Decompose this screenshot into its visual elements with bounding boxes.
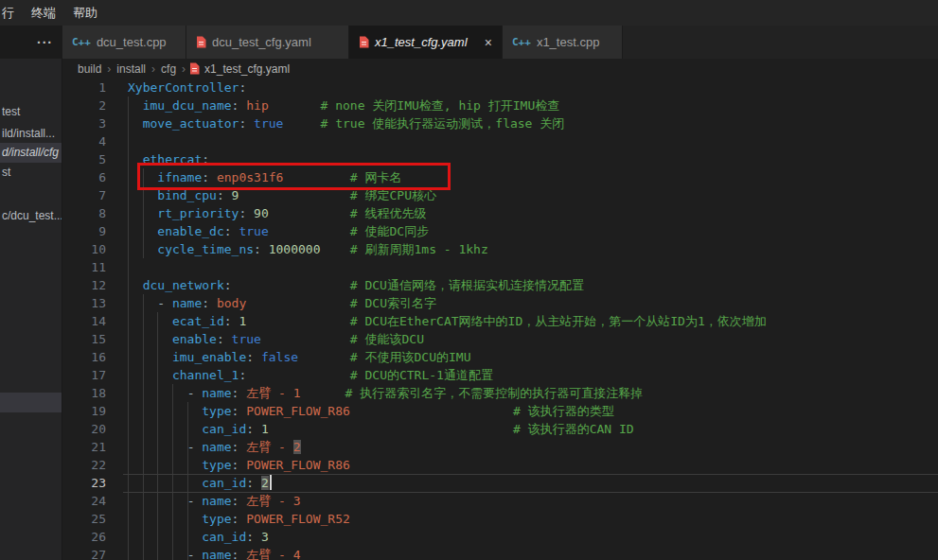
tab-dcu_test.cpp[interactable]: C++dcu_test.cpp	[62, 26, 186, 59]
line-number[interactable]: 21	[62, 438, 106, 456]
code-token: # 该执行器的类型	[513, 404, 614, 418]
line-number[interactable]: 13	[62, 294, 106, 312]
breadcrumb-segment-build[interactable]: build	[76, 62, 103, 76]
line-number[interactable]: 14	[62, 312, 106, 330]
line-number[interactable]: 25	[62, 510, 106, 528]
more-actions-icon[interactable]: ···	[37, 35, 53, 50]
code-line[interactable]: - name: 左臂 - 3	[128, 492, 938, 510]
code-line[interactable]: rt_priority: 90 # 线程优先级	[128, 204, 938, 222]
code-line[interactable]: - name: 左臂 - 1 # 执行器索引名字，不需要控制的执行器可直接注释掉	[128, 384, 938, 402]
code-token	[128, 548, 187, 560]
code-line[interactable]: channel_1: # DCU的CTRL-1通道配置	[128, 366, 938, 384]
sidebar-list-item[interactable]: c/dcu_test...	[0, 206, 62, 226]
menu-item-帮助[interactable]: 帮助	[64, 0, 106, 26]
line-number[interactable]: 24	[62, 492, 106, 510]
code-line[interactable]	[128, 258, 938, 276]
breadcrumb-file-label: x1_test_cfg.yaml	[204, 62, 290, 76]
tab-dcu_test_cfg.yaml[interactable]: dcu_test_cfg.yaml	[186, 26, 349, 59]
breadcrumb-file[interactable]: x1_test_cfg.yaml	[189, 62, 290, 76]
code-token	[128, 188, 157, 202]
code-token	[128, 458, 202, 472]
code-line[interactable]: type: POWER_FLOW_R52	[128, 510, 938, 528]
sidebar-list-item[interactable]: ild/install...	[0, 124, 62, 144]
code-line[interactable]: ethercat:	[128, 150, 938, 168]
code-token: can_id	[202, 476, 246, 490]
code-line[interactable]: type: POWER_FLOW_R86	[128, 456, 938, 474]
menu-item-终端[interactable]: 终端	[23, 0, 64, 26]
line-number[interactable]: 15	[62, 330, 106, 348]
code-area[interactable]: 1234567891011121314151617181920212223242…	[62, 79, 938, 560]
line-number[interactable]: 17	[62, 366, 106, 384]
breadcrumb: build›install›cfg›x1_test_cfg.yaml	[76, 59, 290, 79]
code-line[interactable]: type: POWER_FLOW_R86 # 该执行器的类型	[128, 402, 938, 420]
code-line[interactable]: can_id: 3	[128, 528, 938, 546]
sidebar-list-item[interactable]: st	[0, 163, 62, 183]
line-number[interactable]: 27	[62, 546, 106, 560]
line-number[interactable]: 20	[62, 420, 106, 438]
line-number[interactable]: 2	[62, 96, 106, 114]
code-token	[128, 512, 202, 526]
code-token	[350, 404, 513, 418]
line-number[interactable]: 16	[62, 348, 106, 366]
code-token: # 绑定CPU核心	[350, 188, 436, 202]
line-number[interactable]: 12	[62, 276, 106, 294]
code-line[interactable]: dcu_network: # DCU通信网络，请根据实机连接情况配置	[128, 276, 938, 294]
line-number[interactable]: 5	[62, 150, 106, 168]
code-token: can_id	[202, 530, 246, 544]
code-token: # 执行器索引名字，不需要控制的执行器可直接注释掉	[345, 386, 644, 400]
code-line[interactable]: ifname: enp0s31f6 # 网卡名	[128, 168, 938, 186]
line-number[interactable]: 11	[62, 258, 106, 276]
line-number[interactable]: 26	[62, 528, 106, 546]
code-token: :	[246, 350, 254, 364]
code-line[interactable]: enable_dc: true # 使能DC同步	[128, 222, 938, 240]
line-number[interactable]: 7	[62, 186, 106, 204]
sidebar-list-item[interactable]: d/install/cfg	[0, 143, 62, 163]
code-token: name	[202, 440, 231, 454]
code-line[interactable]: enable: true # 使能该DCU	[128, 330, 938, 348]
line-number[interactable]: 8	[62, 204, 106, 222]
code-line[interactable]: bind_cpu: 9 # 绑定CPU核心	[128, 186, 938, 204]
code-line[interactable]: XyberController:	[128, 79, 938, 96]
code-line[interactable]: cycle_time_ns: 1000000 # 刷新周期1ms - 1khz	[128, 240, 938, 258]
code-line[interactable]: - name: 左臂 - 4	[128, 546, 938, 560]
code-token: 3	[261, 530, 269, 544]
yaml-file-icon	[196, 36, 206, 48]
line-number[interactable]: 18	[62, 384, 106, 402]
code-line[interactable]: move_actuator: true # true 使能执行器运动测试，fla…	[128, 114, 938, 132]
line-number[interactable]: 6	[62, 168, 106, 186]
menu-item-行[interactable]: 行	[0, 0, 23, 26]
code-token: hip	[246, 98, 268, 113]
line-number[interactable]: 19	[62, 402, 106, 420]
code-token: 左臂 - 4	[246, 548, 300, 560]
tabs-container: C++dcu_test.cppdcu_test_cfg.yamlx1_test_…	[62, 26, 623, 59]
code-line[interactable]: ecat_id: 1 # DCU在EtherCAT网络中的ID，从主站开始，第一…	[128, 312, 938, 330]
line-number[interactable]: 1	[62, 79, 106, 96]
tab-x1_test.cpp[interactable]: C++x1_test.cpp	[503, 26, 623, 59]
code-token: :	[217, 332, 224, 346]
line-number[interactable]: 9	[62, 222, 106, 240]
code-token	[128, 314, 172, 328]
chevron-right-icon: ›	[148, 62, 159, 76]
breadcrumb-segment-cfg[interactable]: cfg	[159, 62, 178, 76]
code-token	[128, 242, 157, 256]
code-token: name	[202, 494, 231, 508]
sidebar-list-item[interactable]	[0, 393, 62, 412]
code-line[interactable]	[128, 132, 938, 150]
code-line[interactable]: - name: body # DCU索引名字	[128, 294, 938, 312]
tab-x1_test_cfg.yaml[interactable]: x1_test_cfg.yaml×	[349, 26, 503, 59]
line-number[interactable]: 23	[62, 474, 106, 492]
line-number[interactable]: 3	[62, 114, 106, 132]
code-line[interactable]: - name: 左臂 - 2	[128, 438, 938, 456]
code-line[interactable]: can_id: 1 # 该执行器的CAN ID	[128, 420, 938, 438]
code-token: POWER_FLOW_R86	[246, 458, 350, 472]
code-line[interactable]: can_id: 2	[128, 474, 938, 492]
code-line[interactable]: imu_dcu_name: hip # none 关闭IMU检查, hip 打开…	[128, 96, 938, 114]
code-line[interactable]: imu_enable: false # 不使用该DCU的IMU	[128, 348, 938, 366]
line-number[interactable]: 22	[62, 456, 106, 474]
sidebar-list-item[interactable]: test	[0, 102, 62, 122]
close-icon[interactable]: ×	[477, 35, 492, 50]
breadcrumb-segment-install[interactable]: install	[115, 62, 148, 76]
code-token	[269, 422, 513, 436]
line-number[interactable]: 4	[62, 132, 106, 150]
line-number[interactable]: 10	[62, 240, 106, 258]
